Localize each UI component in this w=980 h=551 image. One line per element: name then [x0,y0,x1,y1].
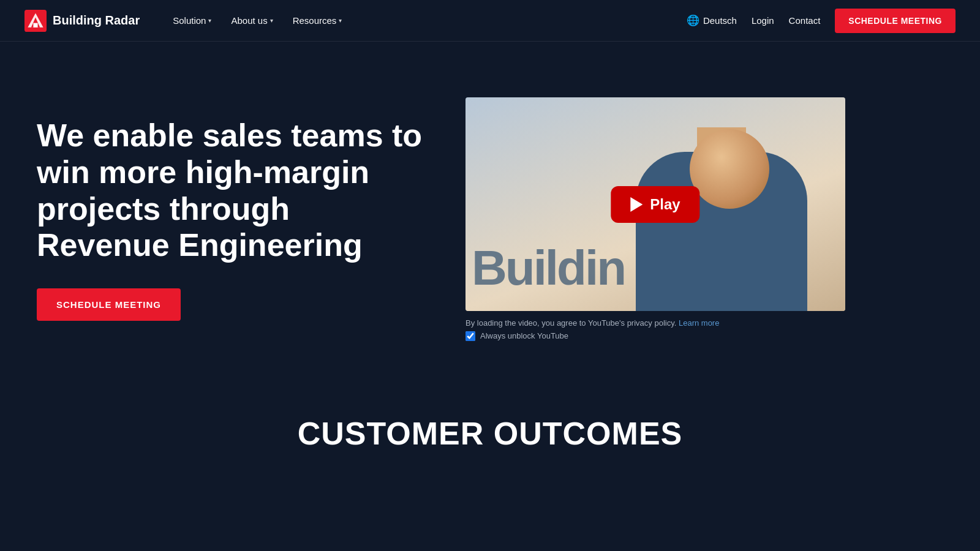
globe-icon: 🌐 [687,14,699,27]
play-button[interactable]: Play [611,186,699,223]
learn-more-label: Learn more [679,318,719,328]
hero-section: We enable sales teams to win more high-m… [0,42,980,384]
chevron-down-icon: ▾ [208,17,211,24]
hero-left: We enable sales teams to win more high-m… [24,118,429,321]
nav-links: Solution ▾ About us ▾ Resources ▾ [164,10,350,31]
play-icon [630,197,643,212]
nav-resources-label: Resources [293,15,337,26]
language-label: Deutsch [703,15,737,26]
nav-item-resources[interactable]: Resources ▾ [284,10,351,31]
logo-icon [24,10,47,32]
chevron-down-icon: ▾ [339,17,342,24]
nav-about-label: About us [231,15,267,26]
nav-solution-label: Solution [173,15,206,26]
hero-title: We enable sales teams to win more high-m… [37,118,429,264]
video-consent-text: By loading the video, you agree to YouTu… [466,318,676,328]
login-link[interactable]: Login [752,15,774,26]
navbar-left: Building Radar Solution ▾ About us ▾ Res… [24,10,350,32]
navbar: Building Radar Solution ▾ About us ▾ Res… [0,0,980,42]
schedule-meeting-button-nav[interactable]: SCHEDULE MEETING [835,9,956,33]
chevron-down-icon: ▾ [270,17,273,24]
language-switcher[interactable]: 🌐 Deutsch [687,14,737,27]
play-label: Play [650,196,680,213]
nav-item-solution[interactable]: Solution ▾ [164,10,220,31]
always-unblock-checkbox[interactable] [466,331,475,341]
video-consent-area: By loading the video, you agree to YouTu… [466,318,719,341]
video-container: Buildin Radar Play [466,97,845,311]
schedule-meeting-button-hero[interactable]: SCHEDULE MEETING [37,288,181,321]
customer-outcomes-section: CUSTOMER OUTCOMES [0,384,980,470]
nav-item-about[interactable]: About us ▾ [222,10,281,31]
consent-row: Always unblock YouTube [466,331,719,341]
contact-link[interactable]: Contact [789,15,821,26]
hero-right: Buildin Radar Play By loading the video,… [466,97,956,341]
navbar-right: 🌐 Deutsch Login Contact SCHEDULE MEETING [687,9,956,33]
always-unblock-label: Always unblock YouTube [480,331,568,340]
logo-link[interactable]: Building Radar [24,10,140,32]
svg-rect-3 [33,23,37,27]
customer-outcomes-title: CUSTOMER OUTCOMES [24,415,956,452]
person-head [690,129,769,209]
logo-text: Building Radar [53,13,140,28]
learn-more-link[interactable]: Learn more [679,318,719,328]
